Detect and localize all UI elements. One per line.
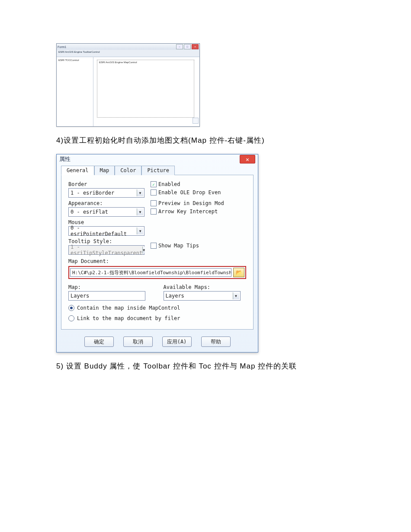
folder-open-icon: 📂 (236, 269, 242, 276)
chevron-down-icon: ▼ (137, 208, 143, 215)
map-field: Layers (68, 291, 145, 301)
radio-link-label: Link to the map document by filer (77, 315, 180, 321)
tab-panel-general: Border 1 - esriBorder ▼ ✓ Enabled Enable… (61, 175, 254, 330)
properties-title-text: 属性 (59, 155, 71, 163)
designer-map-control: ESRI ArcGIS Engine MapControl (97, 60, 194, 118)
available-value: Layers (166, 293, 184, 299)
arrow-intercept-checkbox[interactable]: Arrow Key Intercept (151, 208, 246, 215)
checkbox-icon: ✓ (151, 181, 157, 187)
showtips-label: Show Map Tips (158, 243, 199, 249)
help-button[interactable]: 帮助 (201, 337, 231, 347)
properties-tabs: General Map Color Picture (61, 166, 254, 175)
chevron-down-icon: ▼ (137, 228, 143, 234)
step4-text: 4)设置工程初始化时自动添加地图文档(Map 控件-右键-属性) (56, 135, 355, 145)
chevron-down-icon: ▼ (233, 292, 239, 299)
tab-color[interactable]: Color (115, 166, 141, 175)
properties-titlebar: 属性 ✕ (57, 154, 258, 164)
preview-checkbox[interactable]: Preview in Design Mod (151, 200, 246, 206)
checkbox-icon (151, 189, 157, 195)
available-maps-label: Available Maps: (164, 284, 247, 290)
appearance-label: Appearance: (68, 200, 151, 206)
map-value: Layers (71, 293, 89, 299)
mouse-dropdown[interactable]: 0 - esriPointerDefault ▼ (68, 226, 144, 236)
mouse-value: 0 - esriPointerDefault (71, 225, 137, 237)
enabled-label: Enabled (158, 181, 180, 187)
tooltip-value: 1 - esriTipStyleTransparent (71, 244, 142, 256)
enabled-checkbox[interactable]: ✓ Enabled (151, 181, 246, 187)
appearance-dropdown[interactable]: 0 - esriFlat ▼ (68, 207, 144, 217)
step5-text: 5) 设置 Buddy 属性，使 Toolbar 控件和 Toc 控件与 Map… (56, 361, 355, 371)
map-document-row: H:\C#\p2.2-1-指导资料\BloomfieldTownship\Blo… (68, 266, 246, 279)
ole-label: Enable OLE Drop Even (158, 189, 221, 195)
border-label: Border (68, 181, 151, 187)
border-dropdown[interactable]: 1 - esriBorder ▼ (68, 188, 144, 198)
resize-grip-icon (193, 118, 199, 124)
designer-canvas: ESRI ArcGIS Engine MapControl (93, 57, 199, 126)
map-document-input[interactable]: H:\C#\p2.2-1-指导资料\BloomfieldTownship\Blo… (70, 268, 231, 277)
properties-dialog: 属性 ✕ General Map Color Picture Border 1 … (56, 154, 258, 353)
radio-icon (68, 315, 74, 321)
dialog-buttons: 确定 取消 应用(A) 帮助 (57, 334, 258, 352)
chevron-down-icon: ▼ (137, 189, 143, 196)
designer-toc: ESRI TOCControl (57, 57, 93, 126)
form-designer-preview: Form1 – □ × ESRI ArcGIS Engine ToolbarCo… (56, 43, 200, 127)
maximize-icon: □ (184, 44, 191, 49)
radio-link[interactable]: Link to the map document by filer (68, 315, 246, 321)
tab-general[interactable]: General (61, 166, 94, 175)
checkbox-icon (151, 243, 157, 249)
show-map-tips-checkbox[interactable]: Show Map Tips (151, 243, 246, 249)
radio-icon (68, 305, 74, 311)
mouse-label: Mouse (68, 219, 151, 225)
preview-label: Preview in Design Mod (158, 200, 224, 206)
radio-contain[interactable]: Contain the map inside MapControl (68, 305, 246, 311)
checkbox-icon (151, 208, 157, 215)
radio-contain-label: Contain the map inside MapControl (77, 305, 180, 311)
ole-drop-checkbox[interactable]: Enable OLE Drop Even (151, 189, 246, 195)
designer-toolbar: ESRI ArcGIS Engine ToolbarControl (57, 50, 199, 57)
browse-button[interactable]: 📂 (233, 268, 244, 277)
close-icon: × (192, 44, 199, 49)
available-maps-dropdown[interactable]: Layers ▼ (164, 291, 241, 301)
minimize-icon: – (176, 44, 183, 49)
tab-map[interactable]: Map (94, 166, 115, 175)
appearance-value: 0 - esriFlat (71, 209, 108, 215)
mapdoc-label: Map Document: (68, 258, 246, 264)
chevron-down-icon: ▼ (142, 247, 145, 253)
apply-button[interactable]: 应用(A) (162, 337, 192, 347)
designer-titlebar: Form1 – □ × (57, 44, 199, 50)
border-value: 1 - esriBorder (71, 190, 114, 196)
ok-button[interactable]: 确定 (84, 337, 114, 347)
designer-title-text: Form1 (58, 45, 66, 48)
cancel-button[interactable]: 取消 (123, 337, 153, 347)
checkbox-icon (151, 200, 157, 206)
arrow-label: Arrow Key Intercept (158, 208, 218, 215)
tooltip-dropdown: 1 - esriTipStyleTransparent ▼ (68, 245, 144, 255)
map-label: Map: (68, 284, 151, 290)
close-button[interactable]: ✕ (240, 155, 255, 163)
tab-picture[interactable]: Picture (141, 166, 175, 175)
tooltip-label: Tooltip Style: (68, 238, 151, 244)
